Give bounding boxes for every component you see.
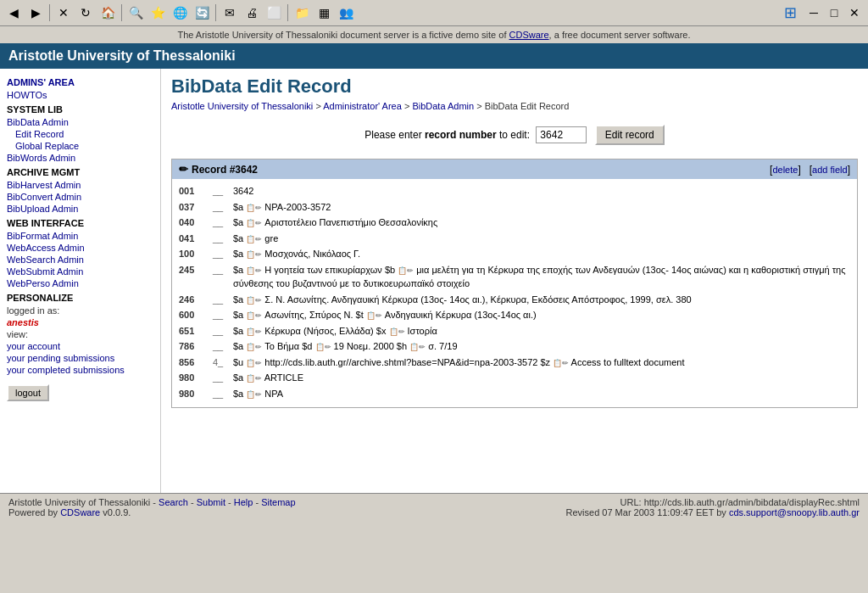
footer-submit-link[interactable]: Submit <box>197 497 225 507</box>
edit-icon[interactable]: ✏ <box>255 374 262 383</box>
footer-sitemap-link[interactable]: Sitemap <box>261 497 295 507</box>
home-button[interactable]: 🏠 <box>97 3 118 23</box>
sidebar-item-bibwords-admin[interactable]: BibWords Admin <box>0 152 160 164</box>
stop-button[interactable]: ✕ <box>53 3 74 23</box>
copy-icon[interactable]: 📋 <box>246 266 255 275</box>
record-header: ✏ Record #3642 [delete] [add field] <box>172 159 857 179</box>
copy-icon3[interactable]: 📋 <box>409 343 419 351</box>
mail-button[interactable]: ✉ <box>220 3 240 23</box>
users-button[interactable]: 👥 <box>336 3 356 23</box>
back-button[interactable]: ◀ <box>3 3 24 23</box>
field-value: $a 📋✏ Μοσχονάς, Νικόλαος Γ. <box>233 247 850 261</box>
copy-icon[interactable]: 📋 <box>246 296 255 305</box>
sidebar-item-bibformat[interactable]: BibFormat Admin <box>0 230 160 242</box>
record-header-title: ✏ Record #3642 <box>179 163 258 176</box>
edit-icon[interactable]: ✏ <box>255 250 262 259</box>
sep1 <box>49 4 50 21</box>
copy-icon[interactable]: 📋 <box>246 235 255 243</box>
sidebar-item-webaccess[interactable]: WebAccess Admin <box>0 242 160 254</box>
sidebar-item-global-replace[interactable]: Global Replace <box>0 140 160 152</box>
record-number-input[interactable] <box>536 126 587 143</box>
cdsware-link[interactable]: CDSware <box>509 30 549 40</box>
copy-icon2[interactable]: 📋 <box>315 343 325 351</box>
edit-icon[interactable]: ✏ <box>255 359 262 367</box>
favorites-button[interactable]: ⭐ <box>147 3 168 23</box>
copy-icon[interactable]: 📋 <box>246 343 255 351</box>
maximize-button[interactable]: □ <box>824 3 844 23</box>
logout-button[interactable]: logout <box>7 384 49 401</box>
breadcrumb-admin[interactable]: Administrator' Area <box>323 101 402 111</box>
sidebar-item-websearch[interactable]: WebSearch Admin <box>0 254 160 266</box>
minimize-button[interactable]: ─ <box>804 3 824 23</box>
copy-icon[interactable]: 📋 <box>246 374 255 383</box>
admins-area-link[interactable]: ADMINS' AREA <box>7 77 75 87</box>
field-value: $a 📋✏ Κέρκυρα (Νήσος, Ελλάδα) $x 📋✏ Ιστο… <box>233 324 850 338</box>
add-field-link[interactable]: add field <box>812 165 848 175</box>
copy-icon[interactable]: 📋 <box>246 219 255 227</box>
barcode-button[interactable]: ▦ <box>314 3 334 23</box>
sidebar-item-websubmit[interactable]: WebSubmit Admin <box>0 266 160 277</box>
breadcrumb-uni[interactable]: Aristotle University of Thessaloniki <box>171 101 313 111</box>
copy-icon[interactable]: 📋 <box>246 204 255 212</box>
edit-icon2[interactable]: ✏ <box>398 327 405 336</box>
copy-icon[interactable]: 📋 <box>246 311 255 320</box>
edit-icon[interactable]: ✏ <box>255 343 262 351</box>
copy-icon2[interactable]: 📋 <box>553 359 562 367</box>
table-row: 041 __ $a 📋✏ gre <box>179 232 850 246</box>
field-value: $a 📋✏ ARTICLE <box>233 371 850 385</box>
edit-icon[interactable]: ✏ <box>255 266 262 275</box>
copy-icon[interactable]: 📋 <box>246 390 255 399</box>
field-ind: __ <box>213 339 233 354</box>
footer: Aristotle University of Thessaloniki - S… <box>0 493 868 521</box>
edit-icon2[interactable]: ✏ <box>562 359 569 367</box>
edit-icon[interactable]: ✏ <box>255 311 262 320</box>
footer-cdsware-link[interactable]: CDSware <box>60 507 100 517</box>
edit-icon[interactable]: ✏ <box>255 235 262 243</box>
copy-icon2[interactable]: 📋 <box>398 266 407 275</box>
sidebar-item-bibconvert[interactable]: BibConvert Admin <box>0 191 160 203</box>
sidebar-item-webperso[interactable]: WebPerso Admin <box>0 277 160 289</box>
edit-icon2[interactable]: ✏ <box>325 343 331 351</box>
footer-help-link[interactable]: Help <box>234 497 253 507</box>
refresh-button[interactable]: ↻ <box>75 3 96 23</box>
field-ind: __ <box>213 387 233 401</box>
edit-record-button[interactable]: Edit record <box>595 125 665 145</box>
sidebar-item-edit-record[interactable]: Edit Record <box>0 128 160 140</box>
copy-icon[interactable]: 📋 <box>246 359 255 367</box>
search-button[interactable]: 🔍 <box>125 3 146 23</box>
delete-link[interactable]: delete <box>772 165 798 175</box>
sidebar-completed-submissions[interactable]: your completed submissions <box>0 364 160 376</box>
footer-search-link[interactable]: Search <box>159 497 188 507</box>
print-button[interactable]: 🖨 <box>242 3 262 23</box>
close-button[interactable]: ✕ <box>844 3 865 23</box>
sidebar-item-bibdata-admin[interactable]: BibData Admin <box>0 116 160 128</box>
edit-icon[interactable]: ✏ <box>255 204 262 212</box>
copy-icon[interactable]: 📋 <box>246 250 255 259</box>
copy-icon2[interactable]: 📋 <box>389 327 398 336</box>
sidebar-item-howtos[interactable]: HOWTOs <box>0 89 160 101</box>
sidebar-item-bibupload[interactable]: BibUpload Admin <box>0 203 160 215</box>
edit-icon[interactable]: ✏ <box>255 296 262 305</box>
edit-icon[interactable]: ✏ <box>255 327 262 336</box>
footer-support-email[interactable]: cds.support@snoopy.lib.auth.gr <box>729 507 860 517</box>
footer-url: URL: http://cds.lib.auth.gr/admin/bibdat… <box>620 497 860 507</box>
table-row: 001 __ 3642 <box>179 184 850 199</box>
folder-button[interactable]: 📁 <box>292 3 312 23</box>
edit-icon2[interactable]: ✏ <box>376 311 382 320</box>
footer-sep1: - <box>188 497 197 507</box>
media-button[interactable]: 🌐 <box>170 3 190 23</box>
history-button[interactable]: 🔄 <box>192 3 212 23</box>
edit-icon2[interactable]: ✏ <box>407 266 414 275</box>
sidebar-item-bibharvest[interactable]: BibHarvest Admin <box>0 179 160 191</box>
edit-icon[interactable]: ✏ <box>255 390 262 399</box>
copy-icon2[interactable]: 📋 <box>366 311 376 320</box>
copy-icon[interactable]: 📋 <box>246 327 255 336</box>
edit-icon[interactable]: ✏ <box>255 219 262 227</box>
edit-button[interactable]: ⬜ <box>264 3 284 23</box>
sidebar-your-account[interactable]: your account <box>0 340 160 352</box>
breadcrumb-bibdata[interactable]: BibData Admin <box>412 101 474 111</box>
forward-button[interactable]: ▶ <box>25 3 46 23</box>
edit-icon3[interactable]: ✏ <box>419 343 426 351</box>
sidebar-user-name-text: anestis <box>7 317 39 327</box>
sidebar-pending-submissions[interactable]: your pending submissions <box>0 352 160 364</box>
